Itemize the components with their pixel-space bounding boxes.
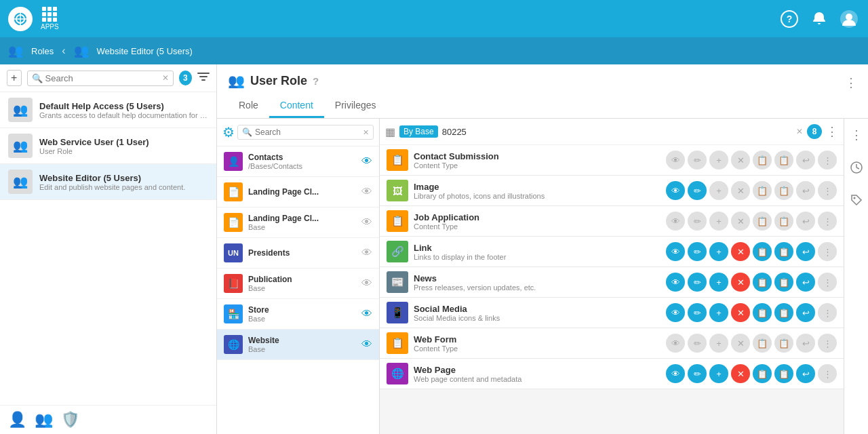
sidebar-search-input[interactable] [45, 73, 159, 83]
sidebar-item-website-editor[interactable]: 👥 Website Editor (5 Users) Edit and publ… [0, 164, 216, 200]
left-pane-search-input[interactable] [255, 127, 360, 137]
remove-button[interactable]: ✕ [731, 242, 750, 261]
edit-button[interactable]: ✏ [688, 364, 707, 383]
edit-button[interactable]: ✏ [688, 334, 707, 353]
back-button[interactable]: ↩ [796, 273, 815, 292]
left-pane-item-contacts[interactable]: 👤 Contacts /Bases/Contacts 👁 [217, 146, 379, 177]
eye-icon[interactable]: 👁 [361, 308, 372, 320]
copy2-button[interactable]: 📋 [774, 212, 793, 231]
copy2-button[interactable]: 📋 [774, 303, 793, 322]
eye-icon[interactable]: 👁 [361, 216, 372, 229]
notifications-button[interactable] [808, 8, 830, 30]
add-button[interactable]: + [709, 212, 728, 231]
left-pane-item-landing2[interactable]: 📄 Landing Page Cl... Base 👁 [217, 208, 379, 238]
remove-button[interactable]: ✕ [731, 273, 750, 292]
copy-button[interactable]: 📋 [753, 273, 772, 292]
edit-button[interactable]: ✏ [688, 151, 707, 170]
apps-button[interactable]: APPS [41, 7, 59, 31]
view-button[interactable]: 👁 [666, 364, 685, 383]
left-pane-item-store[interactable]: 🏪 Store Base 👁 [217, 299, 379, 330]
copy2-button[interactable]: 📋 [774, 364, 793, 383]
back-button[interactable]: ↩ [796, 303, 815, 322]
left-pane-item-publication[interactable]: 📕 Publication Base 👁 [217, 269, 379, 299]
edit-button[interactable]: ✏ [688, 181, 707, 200]
right-pane-menu[interactable]: ⋮ [826, 124, 838, 139]
back-button[interactable]: ↩ [796, 334, 815, 353]
copy-button[interactable]: 📋 [753, 151, 772, 170]
more-button[interactable]: ⋮ [818, 151, 837, 170]
back-button[interactable]: ↩ [796, 212, 815, 231]
back-button[interactable]: ↩ [796, 151, 815, 170]
back-button[interactable]: ↩ [796, 364, 815, 383]
copy2-button[interactable]: 📋 [774, 181, 793, 200]
add-button[interactable]: + [709, 181, 728, 200]
add-button[interactable]: + [709, 303, 728, 322]
sidebar-item-default-help[interactable]: 👥 Default Help Access (5 Users) Grants a… [0, 92, 216, 128]
tab-content[interactable]: Content [269, 94, 324, 118]
remove-button[interactable]: ✕ [731, 303, 750, 322]
remove-button[interactable]: ✕ [731, 151, 750, 170]
remove-button[interactable]: ✕ [731, 181, 750, 200]
add-button[interactable]: + [709, 364, 728, 383]
sidebar-item-web-service[interactable]: 👥 Web Service User (1 User) User Role [0, 128, 216, 164]
left-pane-item-website[interactable]: 🌐 Website Base 👁 [217, 330, 379, 360]
sidebar-add-button[interactable]: + [7, 70, 22, 86]
view-button[interactable]: 👁 [666, 334, 685, 353]
footer-group-icon[interactable]: 👥 [35, 411, 53, 429]
more-button[interactable]: ⋮ [818, 212, 837, 231]
tab-privileges[interactable]: Privileges [324, 94, 387, 118]
more-button[interactable]: ⋮ [818, 273, 837, 292]
remove-button[interactable]: ✕ [731, 364, 750, 383]
copy-button[interactable]: 📋 [753, 334, 772, 353]
side-tab-tag[interactable] [846, 189, 867, 211]
left-pane-item-landing1[interactable]: 📄 Landing Page Cl... 👁 [217, 177, 379, 208]
edit-button[interactable]: ✏ [688, 242, 707, 261]
title-help-icon[interactable]: ? [313, 75, 319, 87]
sidebar-search-clear[interactable]: ✕ [162, 73, 169, 83]
eye-icon[interactable]: 👁 [361, 338, 372, 351]
left-pane-item-presidents[interactable]: UN Presidents 👁 [217, 238, 379, 269]
copy2-button[interactable]: 📋 [774, 151, 793, 170]
remove-button[interactable]: ✕ [731, 334, 750, 353]
tab-role[interactable]: Role [228, 94, 269, 118]
edit-button[interactable]: ✏ [688, 212, 707, 231]
view-button[interactable]: 👁 [666, 151, 685, 170]
add-button[interactable]: + [709, 242, 728, 261]
footer-badge-icon[interactable]: 🛡️ [61, 411, 79, 429]
right-filter-icon[interactable]: ▦ [385, 125, 395, 138]
eye-icon[interactable]: 👁 [361, 247, 372, 259]
back-button[interactable]: ↩ [796, 181, 815, 200]
sidebar-filter-icon[interactable] [197, 73, 210, 84]
edit-button[interactable]: ✏ [688, 273, 707, 292]
edit-button[interactable]: ✏ [688, 303, 707, 322]
more-button[interactable]: ⋮ [818, 242, 837, 261]
eye-icon[interactable]: 👁 [361, 155, 372, 167]
footer-user-icon[interactable]: 👤 [8, 411, 26, 429]
copy2-button[interactable]: 📋 [774, 242, 793, 261]
copy-button[interactable]: 📋 [753, 364, 772, 383]
back-button[interactable]: ↩ [796, 242, 815, 261]
logo[interactable] [8, 7, 33, 31]
user-avatar[interactable] [838, 8, 860, 30]
right-search-clear[interactable]: ✕ [796, 127, 803, 136]
eye-icon[interactable]: 👁 [361, 277, 372, 290]
view-button[interactable]: 👁 [666, 181, 685, 200]
copy-button[interactable]: 📋 [753, 212, 772, 231]
copy-button[interactable]: 📋 [753, 303, 772, 322]
nav-collapse-arrow[interactable]: ‹ [62, 45, 65, 57]
remove-button[interactable]: ✕ [731, 212, 750, 231]
more-button[interactable]: ⋮ [818, 364, 837, 383]
left-search-clear[interactable]: ✕ [363, 128, 369, 137]
view-button[interactable]: 👁 [666, 273, 685, 292]
left-pane-settings-icon[interactable]: ⚙ [222, 124, 235, 140]
more-button[interactable]: ⋮ [818, 303, 837, 322]
copy2-button[interactable]: 📋 [774, 273, 793, 292]
copy2-button[interactable]: 📋 [774, 334, 793, 353]
view-button[interactable]: 👁 [666, 212, 685, 231]
add-button[interactable]: + [709, 273, 728, 292]
header-menu-icon[interactable]: ⋮ [845, 75, 857, 90]
eye-icon[interactable]: 👁 [361, 186, 372, 198]
add-button[interactable]: + [709, 151, 728, 170]
side-tab-menu[interactable]: ⋮ [846, 124, 867, 146]
filter-tag[interactable]: By Base [399, 125, 438, 138]
